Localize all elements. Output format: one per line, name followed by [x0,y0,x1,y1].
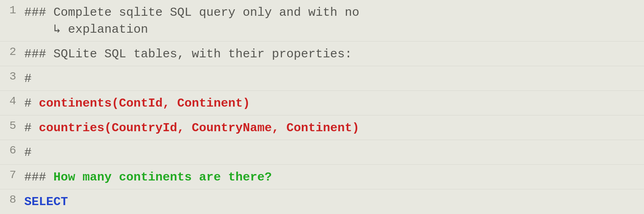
line-content-2: ### SQLite SQL tables, with their proper… [24,45,644,63]
line-content-7: ### How many continents are there? [24,168,644,186]
line-content-5: # countries(CountryId, CountryName, Cont… [24,119,644,136]
line-8-select: SELECT [24,195,68,209]
code-line-8: 8 SELECT [0,189,644,214]
line-number-6: 6 [0,143,24,157]
line-number-4: 4 [0,94,24,107]
line-5-table: countries(CountryId, CountryName, Contin… [39,121,359,135]
line-7-question: How many continents are there? [53,170,272,184]
code-line-5: 5 # countries(CountryId, CountryName, Co… [0,115,644,140]
line-content-4: # continents(ContId, Continent) [24,94,644,112]
line-number-8: 8 [0,193,24,206]
line-number-7: 7 [0,168,24,181]
code-line-4: 4 # continents(ContId, Continent) [0,91,644,115]
line-number-3: 3 [0,69,24,83]
code-line-7: 7 ### How many continents are there? [0,165,644,189]
code-line-6: 6 # [0,140,644,165]
line-5-hash: # [24,121,39,135]
code-editor: 1 ### Complete sqlite SQL query only and… [0,0,644,214]
line-7-hashes: ### [24,170,53,184]
line-4-hash: # [24,97,39,110]
line-content-8: SELECT [24,193,644,210]
line-content-1: ### Complete sqlite SQL query only and w… [24,3,644,38]
line-number-5: 5 [0,119,24,132]
line-content-6: # [24,143,644,161]
line-4-table: continents(ContId, Continent) [39,97,250,110]
line-number-2: 2 [0,45,24,58]
code-line-2: 2 ### SQLite SQL tables, with their prop… [0,42,644,66]
line-6-text: # [24,146,32,159]
line-number-1: 1 [0,3,24,17]
code-line-1: 1 ### Complete sqlite SQL query only and… [0,0,644,42]
line-3-text: # [24,72,32,86]
line-content-3: # [24,69,644,87]
line-2-text: ### SQLite SQL tables, with their proper… [24,47,352,61]
code-line-3: 3 # [0,66,644,91]
line-1-text: ### Complete sqlite SQL query only and w… [24,6,359,36]
